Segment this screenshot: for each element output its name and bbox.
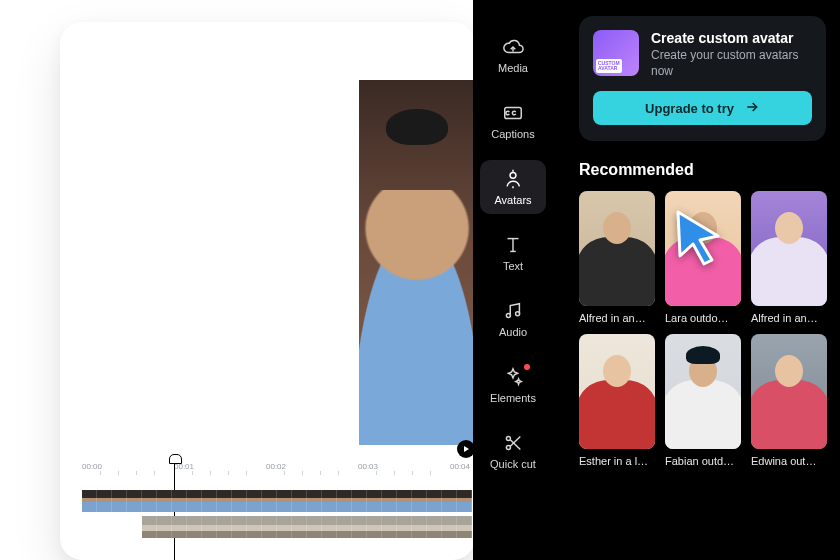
scissors-icon — [502, 432, 524, 454]
svg-point-2 — [506, 314, 510, 318]
nav-label: Avatars — [494, 194, 531, 206]
avatar-thumbnail — [579, 334, 655, 449]
avatar-label: Alfred in an… — [751, 312, 827, 324]
ruler-tick: 00:04 — [450, 462, 470, 471]
avatars-panel: Create custom avatar Create your custom … — [553, 0, 840, 560]
promo-card: Create custom avatar Create your custom … — [579, 16, 826, 141]
avatar-card[interactable]: Fabian outd… — [665, 334, 741, 467]
captions-icon — [502, 102, 524, 124]
video-canvas[interactable] — [82, 44, 475, 444]
svg-point-1 — [510, 172, 516, 178]
nav-item-avatars[interactable]: Avatars — [480, 160, 546, 214]
timeline[interactable]: 00:01:5 00:00 00:01 00:02 00:03 00:04 — [82, 440, 475, 560]
cloud-upload-icon — [502, 36, 524, 58]
ruler-tick: 00:03 — [358, 462, 378, 471]
avatar-thumbnail — [665, 334, 741, 449]
avatar-label: Edwina out… — [751, 455, 827, 467]
ruler-tick: 00:02 — [266, 462, 286, 471]
avatar-label: Esther in a l… — [579, 455, 655, 467]
avatar-card[interactable]: Esther in a l… — [579, 334, 655, 467]
promo-title: Create custom avatar — [651, 30, 812, 46]
nav-label: Quick cut — [490, 458, 536, 470]
section-title: Recommended — [579, 161, 826, 179]
nav-label: Audio — [499, 326, 527, 338]
nav-item-elements[interactable]: Elements — [480, 358, 546, 412]
side-nav: Media Captions Avatars Text Audio — [473, 0, 553, 560]
notification-dot — [524, 364, 530, 370]
preview-clip[interactable] — [359, 80, 475, 445]
avatar-thumbnail — [751, 334, 827, 449]
svg-point-4 — [506, 436, 510, 440]
avatar-thumbnail — [579, 191, 655, 306]
avatar-grid: Alfred in an… Lara outdo… Alfred in an… … — [579, 191, 826, 467]
music-note-icon — [502, 300, 524, 322]
nav-item-text[interactable]: Text — [480, 226, 546, 280]
promo-subtitle: Create your custom avatars now — [651, 48, 812, 79]
avatar-label: Fabian outd… — [665, 455, 741, 467]
avatar-card[interactable]: Alfred in an… — [751, 191, 827, 324]
editor-card: 00:01:5 00:00 00:01 00:02 00:03 00:04 — [60, 22, 475, 560]
svg-point-3 — [516, 312, 520, 316]
avatar-card[interactable]: Edwina out… — [751, 334, 827, 467]
upgrade-label: Upgrade to try — [645, 101, 734, 116]
avatar-thumbnail — [751, 191, 827, 306]
nav-item-quickcut[interactable]: Quick cut — [480, 424, 546, 478]
nav-label: Text — [503, 260, 523, 272]
avatar-card[interactable]: Alfred in an… — [579, 191, 655, 324]
upgrade-button[interactable]: Upgrade to try — [593, 91, 812, 125]
arrow-right-icon — [744, 99, 760, 118]
promo-thumbnail — [593, 30, 639, 76]
timeline-track-b[interactable] — [142, 516, 472, 538]
nav-item-audio[interactable]: Audio — [480, 292, 546, 346]
timeline-ruler[interactable]: 00:00 00:01 00:02 00:03 00:04 — [82, 462, 475, 478]
nav-item-media[interactable]: Media — [480, 28, 546, 82]
nav-label: Media — [498, 62, 528, 74]
nav-label: Elements — [490, 392, 536, 404]
sparkles-icon — [502, 366, 524, 388]
avatar-thumbnail — [665, 191, 741, 306]
avatar-label: Alfred in an… — [579, 312, 655, 324]
nav-item-captions[interactable]: Captions — [480, 94, 546, 148]
avatar-card[interactable]: Lara outdo… — [665, 191, 741, 324]
avatar-label: Lara outdo… — [665, 312, 741, 324]
nav-label: Captions — [491, 128, 534, 140]
timeline-track-a[interactable] — [82, 490, 472, 512]
svg-point-5 — [506, 446, 510, 450]
ruler-tick: 00:00 — [82, 462, 102, 471]
avatar-icon — [502, 168, 524, 190]
text-icon — [502, 234, 524, 256]
